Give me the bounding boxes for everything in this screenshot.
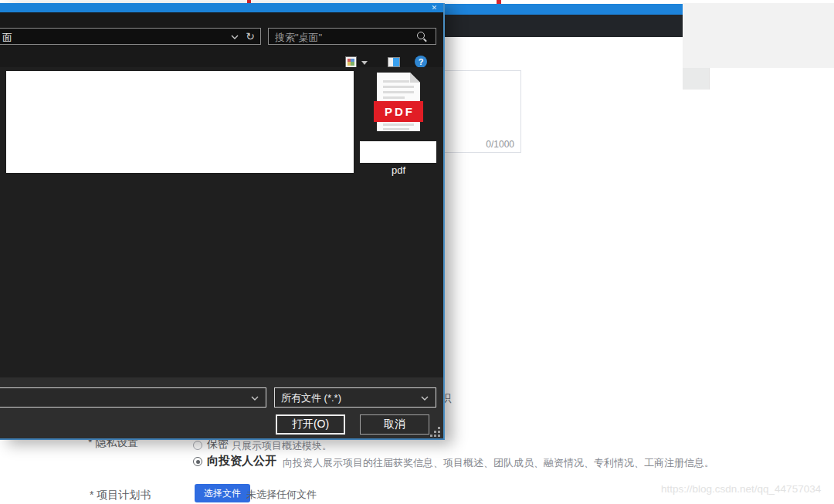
dialog-titlebar[interactable]: ✕ [0, 3, 443, 12]
redacted-filename-box[interactable] [360, 141, 436, 163]
search-box[interactable] [268, 28, 436, 45]
radio-public[interactable] [193, 457, 202, 466]
filetype-value: 所有文件 (*.*) [281, 391, 341, 405]
filename-combobox[interactable] [0, 387, 266, 408]
pdf-file-item[interactable]: PDF pdf [355, 69, 442, 182]
filetype-dropdown-icon[interactable] [421, 396, 429, 401]
file-extension-label: pdf [355, 164, 442, 176]
close-icon[interactable]: ✕ [431, 3, 437, 12]
cancel-button[interactable]: 取消 [360, 414, 429, 435]
view-options-dropdown-icon[interactable] [361, 61, 368, 65]
resize-grip[interactable] [438, 435, 440, 437]
dialog-toolbar-area: 面 ↻ ? [0, 12, 443, 67]
scrollbar-thumb[interactable] [683, 68, 710, 90]
file-list[interactable]: PDF pdf [0, 67, 443, 377]
preview-pane-icon[interactable] [388, 57, 400, 67]
background-window-toolbar [445, 15, 683, 37]
dialog-bottom-pane: 所有文件 (*.*) 打开(O) 取消 [0, 377, 443, 440]
filename-dropdown-icon[interactable] [251, 396, 259, 401]
help-icon[interactable]: ? [415, 56, 427, 68]
redacted-file-area [6, 71, 354, 173]
address-dropdown-icon[interactable] [231, 35, 239, 39]
radio-public-label[interactable]: 向投资人公开 [207, 454, 276, 468]
search-input[interactable] [273, 29, 408, 45]
address-bar[interactable]: 面 ↻ [0, 28, 261, 45]
open-button[interactable]: 打开(O) [276, 414, 345, 435]
radio-secret[interactable] [193, 441, 202, 450]
screenshot-canvas: 0/1000 织 * 隐私设置 保密 只展示项目概述模块。 向投资人公开 向投资… [0, 0, 834, 504]
no-file-selected-text: 未选择任何文件 [246, 488, 317, 502]
filename-input[interactable] [4, 389, 231, 406]
background-window-titlebar [445, 4, 683, 15]
filetype-select[interactable]: 所有文件 (*.*) [274, 387, 436, 408]
watermark-url: https://blog.csdn.net/qq_44757034 [661, 483, 821, 495]
project-intro-textarea[interactable]: 0/1000 [437, 70, 521, 153]
radio-public-desc: 向投资人展示项目的往届获奖信息、项目概述、团队成员、融资情况、专利情况、工商注册… [283, 456, 714, 470]
choose-file-button[interactable]: 选择文件 [195, 484, 250, 502]
char-counter: 0/1000 [486, 139, 514, 150]
search-icon[interactable] [417, 32, 425, 39]
file-open-dialog: ✕ 面 ↻ ? [0, 3, 445, 440]
change-view-icon[interactable] [345, 56, 357, 68]
refresh-icon[interactable]: ↻ [246, 30, 255, 42]
page-right-gutter [683, 3, 834, 68]
project-plan-label: * 项目计划书 [90, 489, 151, 502]
pdf-badge: PDF [374, 101, 423, 122]
address-text: 面 [2, 31, 12, 45]
radio-secret-desc: 只展示项目概述模块。 [232, 439, 332, 453]
